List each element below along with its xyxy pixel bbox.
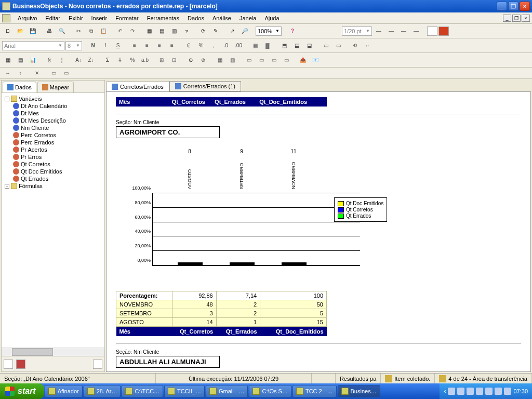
export-button[interactable]: 📤	[297, 55, 309, 66]
preview-button[interactable]: 🔍	[56, 25, 68, 37]
edit-query-button[interactable]: ✎	[210, 25, 221, 37]
al3-button[interactable]: ▭	[268, 55, 280, 66]
fill-red-button[interactable]	[438, 26, 449, 36]
tree-root[interactable]: − Variáveis	[3, 95, 103, 102]
redo-button[interactable]: ↷	[127, 25, 138, 37]
open-button[interactable]: 📂	[15, 25, 26, 37]
ungroup-button[interactable]: ▭	[332, 40, 344, 51]
dec-dec-button[interactable]: .00	[233, 40, 244, 51]
mdi-minimize-button[interactable]: _	[503, 15, 511, 22]
line2-button[interactable]: —	[385, 25, 397, 37]
tab-dados[interactable]: Dados	[3, 82, 36, 92]
tree-item[interactable]: Qt Errados	[11, 175, 103, 182]
tree-item[interactable]: Qt Corretos	[11, 161, 103, 168]
tray-icon[interactable]	[467, 388, 474, 395]
undo-button[interactable]: ↶	[114, 25, 126, 37]
underline-button[interactable]: S	[112, 40, 124, 51]
dec-inc-button[interactable]: .0	[220, 40, 232, 51]
tools-button[interactable]: ✕	[31, 68, 43, 79]
find-button[interactable]: 🔎	[239, 25, 250, 37]
tray-expand-icon[interactable]: ‹	[444, 388, 446, 395]
start-button[interactable]: start	[0, 383, 44, 399]
tab-mapear[interactable]: Mapear	[37, 82, 74, 92]
cut-button[interactable]: ✂	[73, 25, 84, 37]
print-button[interactable]: 🖶	[44, 25, 55, 37]
menu-arquivo[interactable]: Arquivo	[14, 14, 41, 22]
mdi-close-button[interactable]: ×	[522, 15, 530, 22]
help-button[interactable]: ?	[287, 25, 298, 37]
arrow-button[interactable]: ↗	[227, 25, 238, 37]
tray-icon[interactable]	[457, 388, 464, 395]
tree-item[interactable]: Pr Erros	[11, 153, 103, 161]
menu-janela[interactable]: Janela	[235, 14, 260, 22]
menu-exibir[interactable]: Exibir	[64, 14, 87, 22]
tree-hscrollbar[interactable]	[2, 348, 104, 356]
section-button[interactable]: §	[44, 55, 55, 66]
footer-icon-3[interactable]	[93, 360, 102, 369]
structure-button[interactable]: ▦	[214, 55, 225, 66]
menu-formatar[interactable]: Formatar	[111, 14, 143, 22]
menu-analise[interactable]: Análise	[208, 14, 235, 22]
variables-tree[interactable]: − Variáveis Dt Ano Calendário Dt Mes Dt …	[2, 93, 104, 348]
line4-button[interactable]: —	[410, 25, 422, 37]
align-justify-button[interactable]: ≡	[166, 40, 178, 51]
tray-icon[interactable]	[485, 388, 493, 395]
menu-inserir[interactable]: Inserir	[87, 14, 112, 22]
copy-button[interactable]: ⧉	[85, 25, 97, 37]
task-item-active[interactable]: Busines…	[338, 385, 380, 397]
report-tab-1[interactable]: Corretos/Errados	[106, 82, 169, 92]
chart-button[interactable]: ▤	[156, 25, 167, 37]
task-item[interactable]: 28. Ar…	[84, 385, 121, 397]
line1-button[interactable]: —	[373, 25, 384, 37]
tray-icon[interactable]	[504, 388, 511, 395]
insert-xtab-button[interactable]: ▤	[15, 55, 26, 66]
paste-button[interactable]: 📋	[98, 25, 109, 37]
adjust-button[interactable]: ↔	[362, 40, 373, 51]
report-tab-2[interactable]: Corretos/Errados (1)	[169, 81, 241, 91]
al2-button[interactable]: ▭	[256, 55, 267, 66]
tree-item[interactable]: Dt Mes	[11, 110, 103, 117]
tree-item[interactable]: Dt Mes Descrição	[11, 117, 103, 124]
count-button[interactable]: #	[114, 55, 126, 66]
filter-button[interactable]: ▿	[181, 25, 192, 37]
insert-chart-button[interactable]: 📊	[27, 55, 38, 66]
save-button[interactable]: 💾	[27, 25, 38, 37]
align-bot-button[interactable]: ⬓	[303, 40, 315, 51]
sort-asc-button[interactable]: A↓	[73, 55, 84, 66]
percent-button[interactable]: %	[195, 40, 207, 51]
font-select[interactable]: Arial▼	[2, 41, 64, 50]
align-left-button[interactable]: ≡	[129, 40, 140, 51]
report-canvas[interactable]: Mês Qt_Corretos Qt_Errados Qt_Doc_Emitid…	[106, 91, 531, 372]
pt-select[interactable]: 1/20 pt▼	[342, 26, 372, 36]
more2-button[interactable]: ▭	[60, 68, 72, 79]
format-button[interactable]: ▥	[227, 55, 238, 66]
align-top-button[interactable]: ⬒	[278, 40, 290, 51]
collapse-icon[interactable]: −	[5, 97, 9, 101]
italic-button[interactable]: I	[100, 40, 111, 51]
mdi-restore-button[interactable]: ❐	[512, 15, 521, 22]
tree-item[interactable]: Qt Doc Emitidos	[11, 168, 103, 175]
al1-button[interactable]: ▭	[243, 55, 255, 66]
task-item[interactable]: C:\Os S…	[249, 385, 291, 397]
currency-button[interactable]: ₢	[183, 40, 194, 51]
expand-icon[interactable]: +	[5, 184, 9, 189]
break-button[interactable]: ¦	[56, 55, 68, 66]
group-button[interactable]: ▭	[320, 40, 331, 51]
al4-button[interactable]: ▭	[281, 55, 292, 66]
refresh-button[interactable]: ⟳	[197, 25, 209, 37]
tree-item[interactable]: Pr Acertos	[11, 146, 103, 153]
scrollbar-thumb[interactable]	[12, 348, 53, 356]
bold-button[interactable]: N	[87, 40, 99, 51]
menu-dados[interactable]: Dados	[183, 14, 208, 22]
task-item[interactable]: Gmail - …	[206, 385, 248, 397]
table-button[interactable]: ▦	[143, 25, 155, 37]
task-item[interactable]: TCCII_…	[164, 385, 205, 397]
scope-button[interactable]: ⊚	[197, 55, 209, 66]
new-button[interactable]: 🗋	[2, 25, 14, 37]
tree-item[interactable]: Dt Ano Calendário	[11, 102, 103, 110]
zoom-select[interactable]: 100%▼	[256, 26, 282, 36]
tray-icon[interactable]	[476, 388, 483, 395]
analysis-button[interactable]: ▥	[168, 25, 180, 37]
insert-table-button[interactable]: ▦	[2, 55, 14, 66]
tree-item[interactable]: Perc Corretos	[11, 131, 103, 139]
